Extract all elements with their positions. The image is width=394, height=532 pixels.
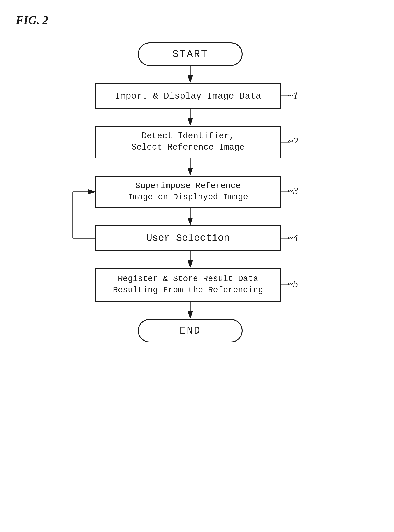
- step3-label-line1: Superimpose Reference: [135, 181, 241, 191]
- step1-label: Import & Display Image Data: [115, 91, 261, 101]
- step2-label-line2: Select Reference Image: [131, 142, 245, 152]
- figure-label: FIG. 2: [16, 14, 48, 27]
- step3-number: ~3: [288, 185, 298, 196]
- step4-label: User Selection: [146, 233, 230, 244]
- step2-label-line1: Detect Identifier,: [142, 131, 234, 141]
- step5-label-line2: Resulting From the Referencing: [113, 285, 263, 295]
- page: FIG. 2 START Import & Display Image Data…: [0, 0, 394, 532]
- step2-number: ~2: [288, 136, 298, 147]
- step5-number: ~5: [288, 278, 298, 289]
- step5-box: [95, 269, 280, 301]
- start-label: START: [172, 48, 208, 60]
- step3-label-line2: Image on Displayed Image: [128, 192, 248, 202]
- end-label: END: [180, 325, 201, 337]
- step3-box: [95, 176, 280, 208]
- step4-number: ~4: [288, 232, 298, 243]
- step5-label-line1: Register & Store Result Data: [118, 274, 258, 283]
- flowchart-diagram: START Import & Display Image Data ~1 Det…: [50, 36, 344, 510]
